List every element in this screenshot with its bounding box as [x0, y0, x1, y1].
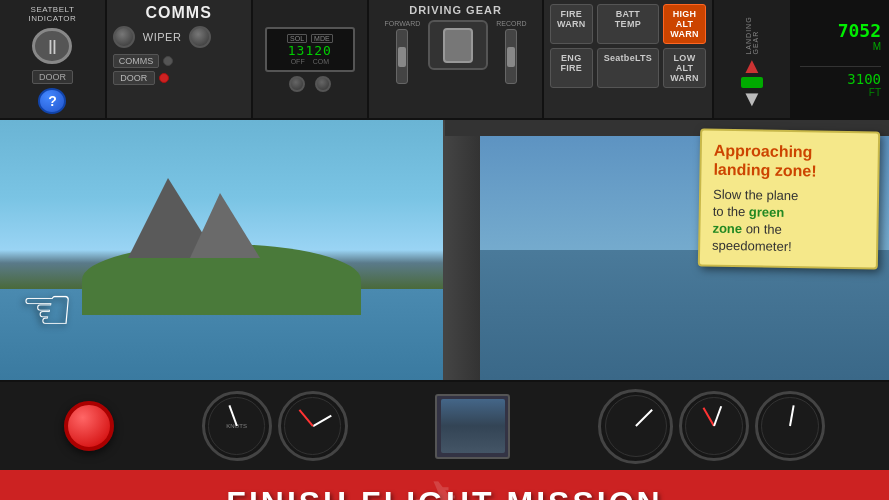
wiper-label: WIPER: [143, 31, 182, 43]
landing-gear-label: LANDING GEAR: [745, 8, 759, 55]
seatbelt-label: SEATBELTINDICATOR: [29, 6, 77, 24]
help-button[interactable]: ?: [38, 88, 66, 114]
note-heading: Approachinglanding zone!: [713, 141, 866, 182]
comms-indicator-row: COMMS: [113, 54, 245, 68]
seatbelt-switch[interactable]: [32, 28, 72, 65]
instrument-3: [598, 389, 673, 464]
gear-handle-area[interactable]: [428, 20, 488, 70]
seatbelt-section: SEATBELTINDICATOR DOOR ?: [0, 0, 107, 118]
warn-grid: FIRE WARN BATT TEMP HIGH ALT WARN ENG FI…: [550, 4, 706, 88]
altitude-unit-ft: FT: [800, 87, 881, 98]
batt-temp-button[interactable]: BATT TEMP: [597, 4, 660, 44]
mini-screen-inner: [441, 399, 505, 454]
mini-screen: [435, 394, 510, 459]
display-number: 13120: [288, 43, 332, 58]
bottom-bar: ✈ FINISH FLIGHT MISSION Slow down and pr…: [0, 470, 889, 500]
viewport-left: ☞: [0, 120, 445, 380]
instrument-5: [755, 391, 825, 461]
warn-section: FIRE WARN BATT TEMP HIGH ALT WARN ENG FI…: [544, 0, 714, 118]
driving-gear-title: DRIVING GEAR: [409, 4, 502, 16]
display-screen: SOL MDE 13120 OFF COM: [265, 27, 355, 72]
display-com: COM: [313, 58, 329, 65]
instrument-1: KNOTS: [202, 391, 272, 461]
comms-light: [163, 56, 173, 66]
display-section: SOL MDE 13120 OFF COM: [253, 0, 370, 118]
door-button[interactable]: DOOR: [113, 71, 155, 85]
display-knob-left[interactable]: [289, 76, 305, 92]
instrument-2: [278, 391, 348, 461]
altitude-unit-m: M: [800, 41, 881, 52]
note-green: greenzone: [712, 205, 784, 237]
note-card: Approachinglanding zone! Slow the planet…: [698, 128, 880, 269]
mde-badge: MDE: [311, 34, 333, 43]
sol-badge: SOL: [287, 34, 307, 43]
altitude-value-ft: 3100: [800, 71, 881, 87]
viewport-right: Approachinglanding zone! Slow the planet…: [445, 120, 890, 380]
instrument-4: [679, 391, 749, 461]
comms-title: COMMS: [113, 4, 245, 22]
main-viewport: ☞ Approachinglanding zone! Slow the plan…: [0, 120, 889, 380]
island-mountain2: [190, 193, 260, 258]
high-alt-warn-button[interactable]: HIGH ALT WARN: [663, 4, 706, 44]
door-label: DOOR: [32, 70, 73, 84]
eng-fire-button[interactable]: ENG FIRE: [550, 48, 593, 88]
island: [66, 172, 376, 315]
note-body: Slow the planeto the greenzone on thespe…: [712, 187, 865, 257]
altitude-value-m: 7052: [800, 20, 881, 41]
fire-warn-button[interactable]: FIRE WARN: [550, 4, 593, 44]
altitude-section: 7052 M 3100 FT: [792, 0, 889, 118]
seatbelts-button[interactable]: SeatbeLTS: [597, 48, 660, 88]
landing-gear-section: LANDING GEAR ▲ ▼: [714, 0, 792, 118]
gear-handle: [443, 28, 473, 63]
wiper-knob[interactable]: [189, 26, 211, 48]
hand-cursor: ☞: [20, 280, 74, 340]
driving-gear-section: DRIVING GEAR FORWARD RECORD: [369, 0, 544, 118]
comms-button[interactable]: COMMS: [113, 54, 160, 68]
up-arrow: ▲: [741, 55, 763, 77]
comms-section: COMMS WIPER COMMS DOOR: [107, 0, 253, 118]
emergency-button[interactable]: [64, 401, 114, 451]
top-panel: SEATBELTINDICATOR DOOR ? COMMS WIPER COM…: [0, 0, 889, 120]
low-alt-warn-button[interactable]: LOW ALT WARN: [663, 48, 706, 88]
door-light: [159, 73, 169, 83]
comms-knob[interactable]: [113, 26, 135, 48]
instruments-panel: KNOTS: [0, 380, 889, 470]
door-indicator-row: DOOR: [113, 71, 245, 85]
down-arrow: ▼: [741, 88, 763, 110]
display-off: OFF: [291, 58, 305, 65]
display-knob-right[interactable]: [315, 76, 331, 92]
